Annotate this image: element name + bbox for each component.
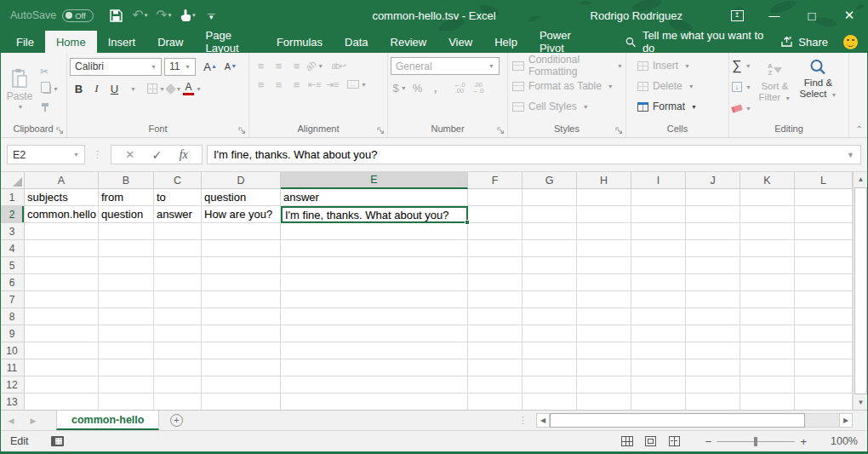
cell-L5[interactable] <box>795 257 853 274</box>
underline-button[interactable]: U <box>106 79 123 98</box>
macro-recording-icon[interactable] <box>51 436 64 446</box>
cell-E10[interactable] <box>281 342 468 359</box>
row-header-1[interactable]: 1 <box>0 189 25 206</box>
cell-styles-button[interactable]: Cell Styles▼ <box>511 96 623 117</box>
row-header-13[interactable]: 13 <box>0 394 25 410</box>
tab-area-resize-handle[interactable]: ⋮ <box>518 411 536 430</box>
cell-G10[interactable] <box>523 342 577 359</box>
cell-E6[interactable] <box>281 274 468 291</box>
increase-indent-button[interactable]: ⇥≡ <box>323 75 341 94</box>
touch-mouse-mode-button[interactable]: ▾ <box>177 3 197 27</box>
cell-I6[interactable] <box>631 274 686 291</box>
cell-K11[interactable] <box>740 359 795 376</box>
name-box[interactable]: E2 ▼ <box>7 145 85 164</box>
cell-A9[interactable] <box>25 325 99 342</box>
cell-L6[interactable] <box>795 274 853 291</box>
fill-color-button[interactable]: ▼ <box>165 79 183 98</box>
insert-cells-button[interactable]: Insert▼ <box>636 55 726 76</box>
cell-J12[interactable] <box>686 376 740 394</box>
merge-center-button[interactable]: ↔▼ <box>347 75 367 94</box>
cell-B3[interactable] <box>99 223 154 240</box>
horizontal-scrollbar-track[interactable] <box>550 413 839 428</box>
orientation-button[interactable]: ab▼ <box>306 56 323 75</box>
paste-button[interactable]: Paste ▼ <box>3 55 37 123</box>
cell-I11[interactable] <box>631 359 686 376</box>
scroll-down-arrow-icon[interactable]: ▼ <box>854 395 868 410</box>
cell-L12[interactable] <box>795 376 853 394</box>
cell-K12[interactable] <box>740 376 795 394</box>
vertical-scrollbar[interactable]: ▲ ▼ <box>853 172 868 410</box>
cell-J3[interactable] <box>686 223 740 240</box>
cell-F5[interactable] <box>468 257 523 274</box>
cell-K3[interactable] <box>740 223 795 240</box>
cell-F12[interactable] <box>468 376 523 394</box>
top-align-button[interactable]: ≡ <box>252 56 270 75</box>
cell-H1[interactable] <box>577 189 631 206</box>
cell-C6[interactable] <box>154 274 202 291</box>
zoom-level[interactable]: 100% <box>819 435 858 447</box>
cell-H8[interactable] <box>577 308 631 325</box>
cell-E4[interactable] <box>281 240 468 257</box>
zoom-in-button[interactable]: + <box>795 435 812 448</box>
cell-I8[interactable] <box>631 308 686 325</box>
cell-J13[interactable] <box>686 394 740 410</box>
collapse-ribbon-button[interactable]: ⌃ <box>856 124 863 134</box>
cell-J2[interactable] <box>686 206 740 223</box>
new-sheet-button[interactable]: + <box>159 411 193 430</box>
cell-D1[interactable]: question <box>202 189 281 206</box>
cell-L13[interactable] <box>795 394 853 410</box>
cell-C13[interactable] <box>154 394 202 410</box>
cell-J1[interactable] <box>686 189 740 206</box>
next-sheet-button[interactable]: ▶ <box>22 411 44 430</box>
align-left-button[interactable]: ≡ <box>252 75 270 94</box>
font-dialog-launcher[interactable] <box>238 127 246 135</box>
column-header-H[interactable]: H <box>577 172 631 189</box>
cell-B13[interactable] <box>99 394 154 410</box>
cell-G8[interactable] <box>523 308 577 325</box>
feedback-smiley-icon[interactable] <box>843 35 858 49</box>
tab-file[interactable]: File <box>5 31 45 53</box>
cell-K5[interactable] <box>740 257 795 274</box>
tab-page-layout[interactable]: Page Layout <box>195 31 266 53</box>
cell-F2[interactable] <box>468 206 523 223</box>
font-size-combo[interactable]: 11▼ <box>164 58 196 76</box>
italic-button[interactable]: I <box>88 79 106 98</box>
tell-me-search[interactable]: Tell me what you want to do <box>625 31 773 53</box>
underline-caret[interactable]: ▼ <box>123 79 141 98</box>
row-header-11[interactable]: 11 <box>0 359 25 376</box>
row-header-5[interactable]: 5 <box>0 257 25 274</box>
font-family-combo[interactable]: Calibri▼ <box>70 58 162 76</box>
cell-F9[interactable] <box>468 325 523 342</box>
cell-K7[interactable] <box>740 291 795 308</box>
cell-F13[interactable] <box>468 394 523 410</box>
alignment-dialog-launcher[interactable] <box>377 127 385 135</box>
cell-C11[interactable] <box>154 359 202 376</box>
scroll-right-arrow-icon[interactable]: ▶ <box>839 413 853 428</box>
cell-D2[interactable]: How are you? <box>202 206 281 223</box>
cell-G3[interactable] <box>523 223 577 240</box>
align-right-button[interactable]: ≡ <box>288 75 306 94</box>
tab-home[interactable]: Home <box>45 31 97 53</box>
page-break-preview-button[interactable] <box>663 431 687 451</box>
cell-L4[interactable] <box>795 240 853 257</box>
user-name[interactable]: Rodrigo Rodriguez <box>591 9 682 22</box>
cell-I12[interactable] <box>631 376 686 394</box>
clipboard-dialog-launcher[interactable] <box>56 127 64 135</box>
cut-button[interactable]: ✂ <box>38 63 59 79</box>
horizontal-scrollbar-thumb[interactable] <box>550 413 805 428</box>
cell-K9[interactable] <box>740 325 795 342</box>
number-format-combo[interactable]: General▼ <box>391 57 500 75</box>
delete-cells-button[interactable]: Delete▼ <box>636 76 726 96</box>
cell-I1[interactable] <box>631 189 686 206</box>
cell-F4[interactable] <box>468 240 523 257</box>
cell-L7[interactable] <box>795 291 853 308</box>
cell-E2[interactable]: I'm fine, thanks. What about you? <box>281 206 468 223</box>
column-header-E[interactable]: E <box>281 172 468 189</box>
column-header-L[interactable]: L <box>795 172 853 189</box>
cell-L3[interactable] <box>795 223 853 240</box>
grow-font-button[interactable]: A▲ <box>198 57 216 76</box>
cell-H6[interactable] <box>577 274 631 291</box>
vertical-scrollbar-thumb[interactable] <box>854 187 867 394</box>
close-button[interactable]: ✕ <box>831 0 868 31</box>
tab-help[interactable]: Help <box>483 31 528 53</box>
